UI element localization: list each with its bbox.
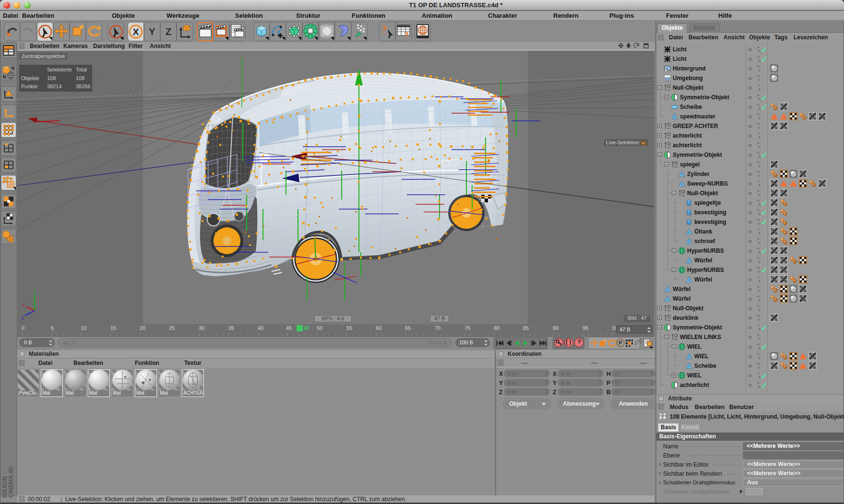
svg-text:Y: Y	[33, 289, 36, 294]
svg-text:X: X	[22, 302, 25, 307]
svg-text:?: ?	[404, 31, 409, 40]
svg-text:P: P	[618, 340, 622, 346]
svg-text:Y: Y	[149, 26, 155, 37]
svg-text:Z: Z	[21, 316, 24, 321]
svg-text:Z: Z	[166, 26, 171, 37]
svg-text:X: X	[133, 27, 139, 37]
svg-text:?: ?	[381, 23, 387, 35]
